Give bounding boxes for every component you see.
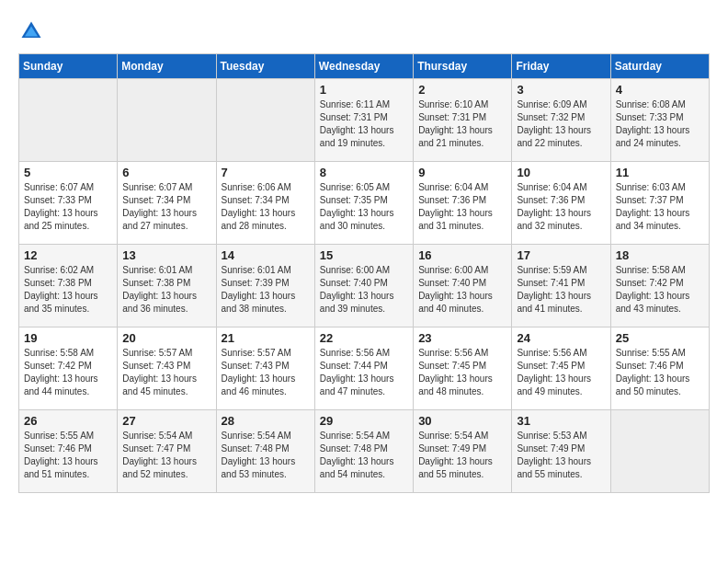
calendar-body: 1Sunrise: 6:11 AMSunset: 7:31 PMDaylight…: [19, 79, 710, 493]
cell-info: Sunrise: 6:09 AMSunset: 7:32 PMDaylight:…: [517, 98, 605, 150]
day-number: 16: [418, 248, 506, 262]
calendar-cell: 3Sunrise: 6:09 AMSunset: 7:32 PMDaylight…: [512, 79, 610, 162]
day-number: 1: [320, 83, 408, 97]
calendar-cell: 29Sunrise: 5:54 AMSunset: 7:48 PMDayligh…: [314, 410, 413, 493]
day-number: 10: [517, 166, 605, 179]
cell-info: Sunrise: 5:54 AMSunset: 7:47 PMDaylight:…: [122, 430, 210, 481]
cell-info: Sunrise: 5:56 AMSunset: 7:45 PMDaylight:…: [418, 347, 506, 398]
cell-info: Sunrise: 6:03 AMSunset: 7:37 PMDaylight:…: [616, 181, 704, 233]
cell-info: Sunrise: 5:54 AMSunset: 7:48 PMDaylight:…: [222, 430, 310, 481]
calendar-cell: 20Sunrise: 5:57 AMSunset: 7:43 PMDayligh…: [118, 327, 216, 410]
day-number: 28: [222, 414, 310, 428]
calendar-cell: 23Sunrise: 5:56 AMSunset: 7:45 PMDayligh…: [414, 327, 512, 410]
calendar-cell: 21Sunrise: 5:57 AMSunset: 7:43 PMDayligh…: [216, 327, 314, 410]
calendar-cell: 12Sunrise: 6:02 AMSunset: 7:38 PMDayligh…: [19, 245, 118, 327]
cell-info: Sunrise: 6:01 AMSunset: 7:38 PMDaylight:…: [122, 264, 210, 316]
day-number: 15: [320, 248, 408, 262]
week-row-1: 1Sunrise: 6:11 AMSunset: 7:31 PMDaylight…: [19, 79, 710, 162]
weekday-thursday: Thursday: [414, 54, 512, 79]
calendar-cell: [610, 410, 709, 493]
day-number: 4: [616, 83, 704, 97]
weekday-saturday: Saturday: [610, 54, 709, 79]
week-row-2: 5Sunrise: 6:07 AMSunset: 7:33 PMDaylight…: [19, 162, 710, 245]
calendar-cell: 30Sunrise: 5:54 AMSunset: 7:49 PMDayligh…: [414, 410, 512, 493]
day-number: 20: [122, 331, 210, 345]
day-number: 18: [616, 248, 704, 262]
day-number: 22: [320, 331, 408, 345]
day-number: 3: [517, 83, 605, 97]
day-number: 5: [24, 166, 112, 179]
calendar-cell: 28Sunrise: 5:54 AMSunset: 7:48 PMDayligh…: [216, 410, 314, 493]
calendar-cell: 5Sunrise: 6:07 AMSunset: 7:33 PMDaylight…: [19, 162, 118, 245]
week-row-5: 26Sunrise: 5:55 AMSunset: 7:46 PMDayligh…: [19, 410, 710, 493]
weekday-monday: Monday: [118, 54, 216, 79]
calendar-cell: 4Sunrise: 6:08 AMSunset: 7:33 PMDaylight…: [610, 79, 709, 162]
cell-info: Sunrise: 5:55 AMSunset: 7:46 PMDaylight:…: [24, 430, 112, 481]
cell-info: Sunrise: 5:57 AMSunset: 7:43 PMDaylight:…: [122, 347, 210, 398]
weekday-wednesday: Wednesday: [314, 54, 413, 79]
day-number: 8: [320, 166, 408, 179]
calendar-cell: 26Sunrise: 5:55 AMSunset: 7:46 PMDayligh…: [19, 410, 118, 493]
cell-info: Sunrise: 5:54 AMSunset: 7:48 PMDaylight:…: [320, 430, 408, 481]
cell-info: Sunrise: 5:56 AMSunset: 7:44 PMDaylight:…: [320, 347, 408, 398]
logo-icon: [18, 18, 44, 44]
calendar-cell: 11Sunrise: 6:03 AMSunset: 7:37 PMDayligh…: [610, 162, 709, 245]
calendar-cell: 10Sunrise: 6:04 AMSunset: 7:36 PMDayligh…: [512, 162, 610, 245]
day-number: 7: [222, 166, 310, 179]
cell-info: Sunrise: 5:53 AMSunset: 7:49 PMDaylight:…: [517, 430, 605, 481]
logo: [18, 18, 48, 44]
weekday-row: SundayMondayTuesdayWednesdayThursdayFrid…: [19, 54, 710, 79]
weekday-sunday: Sunday: [19, 54, 118, 79]
day-number: 2: [418, 83, 506, 97]
cell-info: Sunrise: 6:00 AMSunset: 7:40 PMDaylight:…: [320, 264, 408, 316]
day-number: 6: [122, 166, 210, 179]
day-number: 13: [122, 248, 210, 262]
week-row-4: 19Sunrise: 5:58 AMSunset: 7:42 PMDayligh…: [19, 327, 710, 410]
calendar-cell: 17Sunrise: 5:59 AMSunset: 7:41 PMDayligh…: [512, 245, 610, 327]
day-number: 31: [517, 414, 605, 428]
cell-info: Sunrise: 6:02 AMSunset: 7:38 PMDaylight:…: [24, 264, 112, 316]
calendar-cell: 1Sunrise: 6:11 AMSunset: 7:31 PMDaylight…: [314, 79, 413, 162]
calendar-cell: 8Sunrise: 6:05 AMSunset: 7:35 PMDaylight…: [314, 162, 413, 245]
cell-info: Sunrise: 5:58 AMSunset: 7:42 PMDaylight:…: [24, 347, 112, 398]
calendar-table: SundayMondayTuesdayWednesdayThursdayFrid…: [18, 53, 710, 493]
calendar-cell: 13Sunrise: 6:01 AMSunset: 7:38 PMDayligh…: [118, 245, 216, 327]
day-number: 17: [517, 248, 605, 262]
week-row-3: 12Sunrise: 6:02 AMSunset: 7:38 PMDayligh…: [19, 245, 710, 327]
calendar-cell: 22Sunrise: 5:56 AMSunset: 7:44 PMDayligh…: [314, 327, 413, 410]
calendar-cell: 15Sunrise: 6:00 AMSunset: 7:40 PMDayligh…: [314, 245, 413, 327]
calendar-cell: [118, 79, 216, 162]
cell-info: Sunrise: 5:56 AMSunset: 7:45 PMDaylight:…: [517, 347, 605, 398]
calendar-cell: 24Sunrise: 5:56 AMSunset: 7:45 PMDayligh…: [512, 327, 610, 410]
calendar-cell: [216, 79, 314, 162]
cell-info: Sunrise: 6:10 AMSunset: 7:31 PMDaylight:…: [418, 98, 506, 150]
day-number: 9: [418, 166, 506, 179]
cell-info: Sunrise: 6:11 AMSunset: 7:31 PMDaylight:…: [320, 98, 408, 150]
calendar-cell: [19, 79, 118, 162]
day-number: 29: [320, 414, 408, 428]
calendar-cell: 9Sunrise: 6:04 AMSunset: 7:36 PMDaylight…: [414, 162, 512, 245]
day-number: 24: [517, 331, 605, 345]
cell-info: Sunrise: 6:07 AMSunset: 7:34 PMDaylight:…: [122, 181, 210, 233]
calendar-cell: 27Sunrise: 5:54 AMSunset: 7:47 PMDayligh…: [118, 410, 216, 493]
day-number: 12: [24, 248, 112, 262]
cell-info: Sunrise: 6:08 AMSunset: 7:33 PMDaylight:…: [616, 98, 704, 150]
cell-info: Sunrise: 6:06 AMSunset: 7:34 PMDaylight:…: [222, 181, 310, 233]
page-header: [18, 18, 710, 44]
weekday-tuesday: Tuesday: [216, 54, 314, 79]
calendar-cell: 18Sunrise: 5:58 AMSunset: 7:42 PMDayligh…: [610, 245, 709, 327]
calendar-cell: 25Sunrise: 5:55 AMSunset: 7:46 PMDayligh…: [610, 327, 709, 410]
cell-info: Sunrise: 5:58 AMSunset: 7:42 PMDaylight:…: [616, 264, 704, 316]
cell-info: Sunrise: 6:05 AMSunset: 7:35 PMDaylight:…: [320, 181, 408, 233]
calendar-cell: 31Sunrise: 5:53 AMSunset: 7:49 PMDayligh…: [512, 410, 610, 493]
calendar-header: SundayMondayTuesdayWednesdayThursdayFrid…: [19, 54, 710, 79]
calendar-cell: 16Sunrise: 6:00 AMSunset: 7:40 PMDayligh…: [414, 245, 512, 327]
day-number: 21: [222, 331, 310, 345]
calendar-cell: 19Sunrise: 5:58 AMSunset: 7:42 PMDayligh…: [19, 327, 118, 410]
day-number: 23: [418, 331, 506, 345]
calendar-cell: 14Sunrise: 6:01 AMSunset: 7:39 PMDayligh…: [216, 245, 314, 327]
cell-info: Sunrise: 5:57 AMSunset: 7:43 PMDaylight:…: [222, 347, 310, 398]
day-number: 25: [616, 331, 704, 345]
calendar-cell: 7Sunrise: 6:06 AMSunset: 7:34 PMDaylight…: [216, 162, 314, 245]
cell-info: Sunrise: 5:59 AMSunset: 7:41 PMDaylight:…: [517, 264, 605, 316]
